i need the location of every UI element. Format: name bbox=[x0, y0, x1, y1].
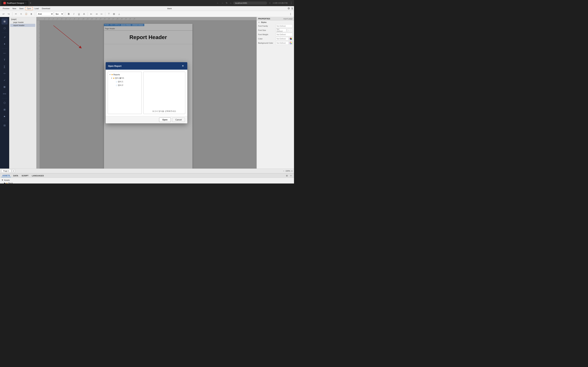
color-picker-button[interactable] bbox=[289, 37, 293, 41]
zoom-out-button[interactable]: − bbox=[283, 170, 284, 172]
bold-button[interactable]: B bbox=[67, 12, 71, 16]
toolbar: ↩ ↪ ✂ ⎘ 📋 🗑 Arial 8px B I U A ⇤ ⇥ ⇦ ⊤ ⊞ … bbox=[0, 11, 294, 17]
tree-file-2-label: 양식 2 bbox=[118, 84, 123, 86]
browser-menu-button[interactable]: ⋮ bbox=[290, 1, 293, 5]
menu-load[interactable]: Load bbox=[33, 7, 40, 10]
secret-mode-label: 시크릿 모드(창 2개) bbox=[273, 2, 287, 4]
panel-item-reportheader[interactable]: report header bbox=[10, 24, 35, 27]
bg-color-picker-button[interactable] bbox=[289, 41, 293, 45]
panel-expand-icon[interactable]: ⊞ bbox=[285, 174, 289, 177]
valign-top-button[interactable]: ⊤ bbox=[107, 12, 111, 16]
color-value[interactable]: Not Defined bbox=[276, 37, 289, 41]
valign-mid-button[interactable]: ⊞ bbox=[112, 12, 116, 16]
font-weight-value[interactable]: Not Defined bbox=[276, 33, 293, 36]
address-bar[interactable]: localhost:6081 bbox=[233, 1, 267, 5]
styles-section-header: ▼ Styles bbox=[258, 21, 293, 23]
assets-root-item[interactable]: ▼ Assets bbox=[1, 179, 293, 182]
canvas-area: 1 2 3 4 5 6 7 8 9 bbox=[36, 17, 257, 168]
align-center-button[interactable]: ⇥ bbox=[94, 12, 99, 16]
new-tab-button[interactable]: + bbox=[29, 1, 32, 5]
copy-button[interactable]: ⎘ bbox=[19, 12, 23, 16]
panel-collapse-icon[interactable]: × bbox=[289, 174, 293, 177]
cancel-button[interactable]: Cancel bbox=[172, 117, 185, 122]
tree-file-1[interactable]: □ 양식 1 bbox=[109, 80, 141, 83]
bookmark-button[interactable]: ☆ bbox=[268, 1, 272, 5]
tree-file-2[interactable]: □ 양식 2 bbox=[109, 83, 141, 87]
undo-button[interactable]: ↩ bbox=[1, 12, 6, 16]
info-icon[interactable]: ℹ bbox=[292, 7, 293, 10]
tree-folder-1[interactable]: ▼ ■ 양식 폴더1 bbox=[109, 76, 141, 80]
font-family-select[interactable]: Arial bbox=[36, 12, 53, 16]
tab-assets[interactable]: ASSETS bbox=[1, 174, 11, 177]
menu-download[interactable]: Download bbox=[41, 7, 52, 10]
expand-panel-button[interactable]: ⟩ bbox=[288, 12, 293, 16]
sidebar-icon-page[interactable]: ⊟ bbox=[1, 122, 8, 128]
sidebar-icon-image[interactable]: 🖼 bbox=[1, 84, 8, 90]
settings-icon[interactable]: ⚙ bbox=[287, 7, 290, 10]
sidebar-icon-check[interactable]: ✓ bbox=[1, 77, 8, 83]
prop-row-bg-color: Background Color Not Defined bbox=[258, 41, 293, 45]
toolbar-separator-3 bbox=[65, 12, 65, 16]
zoom-in-button[interactable]: + bbox=[291, 170, 293, 172]
sidebar-icon-network[interactable]: ⬡ bbox=[1, 25, 8, 31]
sidebar-icon-table[interactable]: ⊞ bbox=[1, 107, 8, 113]
sidebar-icon-group[interactable]: ⬡ bbox=[1, 100, 8, 106]
font-family-value[interactable]: Not Defined bbox=[276, 24, 293, 28]
menu-open[interactable]: Open bbox=[25, 7, 33, 10]
italic-button[interactable]: I bbox=[72, 12, 76, 16]
open-button[interactable]: Open bbox=[159, 117, 171, 122]
tab-data[interactable]: DATA bbox=[12, 174, 19, 177]
back-button[interactable]: ← bbox=[216, 1, 219, 5]
bottom-panel-content: ▼ Assets ▶ ■ Stock □ Report bbox=[0, 178, 294, 184]
sidebar-icon-star[interactable]: ✦ bbox=[1, 41, 8, 47]
properties-header: PROPERTIES report.page bbox=[257, 17, 294, 21]
text-color-button[interactable]: A bbox=[82, 12, 86, 16]
paste-button[interactable]: 📋 bbox=[24, 12, 28, 16]
font-size-value[interactable]: Not Defined bbox=[276, 29, 286, 32]
delete-button[interactable]: 🗑 bbox=[29, 12, 34, 16]
browser-controls: ← → ↻ ⌂ localhost:6081 ☆ 시크릿 모드(창 2개) ⋮ bbox=[216, 1, 293, 5]
active-tab[interactable]: RealReport Designer × bbox=[1, 1, 28, 5]
sidebar-icon-code[interactable]: <> bbox=[1, 70, 8, 76]
align-right-button[interactable]: ⇦ bbox=[99, 12, 104, 16]
bg-color-value[interactable]: Not Defined bbox=[276, 41, 289, 45]
sidebar-icon-favorites[interactable]: ★ bbox=[1, 113, 8, 119]
forward-button[interactable]: → bbox=[221, 1, 224, 5]
underline-button[interactable]: U bbox=[77, 12, 81, 16]
font-size-unit[interactable]: px ▼ bbox=[287, 29, 293, 32]
sidebar-icon-text[interactable]: T bbox=[1, 57, 8, 63]
panel-item-page[interactable]: [page] bbox=[10, 18, 35, 21]
modal-close-button[interactable]: × bbox=[181, 64, 185, 68]
open-report-dialog: Open Report × ▼ ■ Reports ▼ bbox=[106, 62, 187, 123]
sidebar-icon-line[interactable]: — bbox=[1, 50, 8, 56]
tab-bar: RealReport Designer × + bbox=[1, 1, 215, 5]
panel-item-pageheader[interactable]: page header bbox=[10, 21, 35, 24]
assets-stock-item[interactable]: ▶ ■ Stock bbox=[1, 182, 293, 184]
page-tab-1[interactable]: Page 1 bbox=[1, 169, 11, 173]
tab-close-btn[interactable]: × bbox=[25, 2, 26, 4]
redo-button[interactable]: ↪ bbox=[7, 12, 11, 16]
panel-section: [page] page header report header bbox=[9, 17, 36, 27]
tab-languages[interactable]: LANGUAGES bbox=[31, 174, 45, 177]
menu-new[interactable]: New bbox=[11, 7, 17, 10]
modal-body: ▼ ■ Reports ▼ ■ 양식 폴더1 bbox=[106, 70, 187, 116]
cut-button[interactable]: ✂ bbox=[14, 12, 18, 16]
tree-root-item[interactable]: ▼ ■ Reports bbox=[109, 73, 141, 76]
sidebar-icon-layout[interactable]: ⊞ bbox=[1, 18, 8, 25]
tree-folder-1-label: 양식 폴더1 bbox=[115, 77, 124, 79]
home-button[interactable]: ⌂ bbox=[229, 1, 232, 5]
valign-bot-button[interactable]: ⊥ bbox=[117, 12, 121, 16]
font-size-select[interactable]: 8px bbox=[54, 12, 64, 16]
menu-save[interactable]: Save bbox=[18, 7, 25, 10]
bottom-panel: ASSETS DATA SCRIPT LANGUAGES ⊞ × ▼ Asset… bbox=[0, 173, 294, 184]
add-page-button[interactable]: + bbox=[12, 169, 15, 173]
sidebar-icon-arrow[interactable]: ↗ bbox=[1, 34, 8, 40]
tab-script[interactable]: SCRIPT bbox=[21, 174, 29, 177]
sidebar-icon-svg[interactable]: SVG bbox=[1, 91, 8, 97]
refresh-button[interactable]: ↻ bbox=[225, 1, 228, 5]
menu-preview[interactable]: Preview bbox=[1, 7, 11, 10]
sidebar-icon-formula[interactable]: ∑ bbox=[1, 64, 8, 70]
properties-subtitle: report.page bbox=[283, 18, 293, 20]
tree-file-1-label: 양식 1 bbox=[118, 80, 123, 83]
align-left-button[interactable]: ⇤ bbox=[89, 12, 94, 16]
